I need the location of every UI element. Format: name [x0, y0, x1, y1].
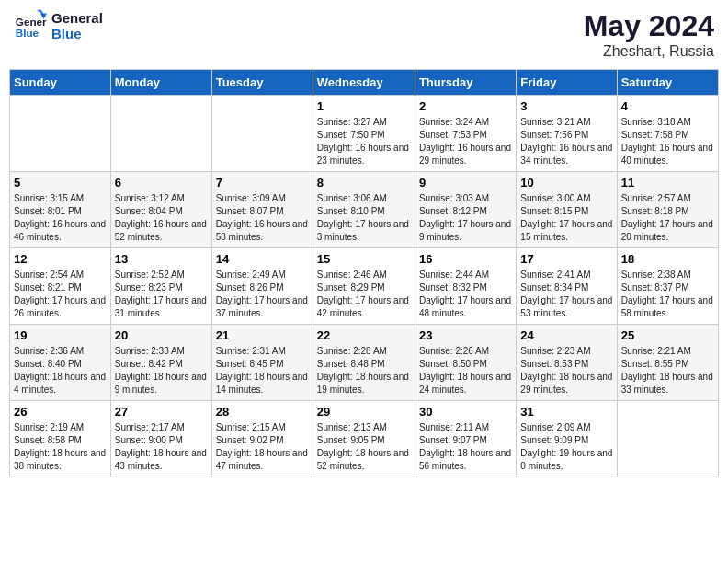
calendar-cell: 5 Sunrise: 3:15 AMSunset: 8:01 PMDayligh… — [10, 172, 111, 248]
day-detail: Sunrise: 2:23 AMSunset: 8:53 PMDaylight:… — [520, 345, 612, 396]
day-detail: Sunrise: 2:31 AMSunset: 8:45 PMDaylight:… — [216, 345, 309, 396]
calendar-cell: 24 Sunrise: 2:23 AMSunset: 8:53 PMDaylig… — [517, 325, 617, 401]
day-number: 28 — [216, 405, 309, 419]
day-number: 25 — [621, 328, 714, 342]
calendar-cell: 6 Sunrise: 3:12 AMSunset: 8:04 PMDayligh… — [110, 172, 211, 248]
day-detail: Sunrise: 2:26 AMSunset: 8:50 PMDaylight:… — [419, 345, 512, 396]
calendar-cell — [10, 96, 111, 172]
calendar-cell: 10 Sunrise: 3:00 AMSunset: 8:15 PMDaylig… — [517, 172, 617, 248]
day-number: 31 — [520, 405, 612, 419]
calendar-week-row: 19 Sunrise: 2:36 AMSunset: 8:40 PMDaylig… — [10, 325, 719, 401]
day-number: 18 — [621, 252, 714, 266]
day-number: 30 — [419, 405, 512, 419]
calendar-cell: 20 Sunrise: 2:33 AMSunset: 8:42 PMDaylig… — [110, 325, 211, 401]
calendar-cell: 31 Sunrise: 2:09 AMSunset: 9:09 PMDaylig… — [517, 401, 617, 477]
day-number: 27 — [115, 405, 208, 419]
calendar-cell: 29 Sunrise: 2:13 AMSunset: 9:05 PMDaylig… — [313, 401, 415, 477]
day-number: 7 — [216, 176, 309, 190]
logo: General Blue General Blue — [14, 9, 103, 42]
day-detail: Sunrise: 3:18 AMSunset: 7:58 PMDaylight:… — [621, 116, 714, 167]
calendar-cell: 4 Sunrise: 3:18 AMSunset: 7:58 PMDayligh… — [617, 96, 718, 172]
day-number: 26 — [14, 405, 107, 419]
day-number: 22 — [317, 328, 411, 342]
calendar-cell: 17 Sunrise: 2:41 AMSunset: 8:34 PMDaylig… — [517, 248, 617, 325]
calendar-cell: 25 Sunrise: 2:21 AMSunset: 8:55 PMDaylig… — [617, 325, 718, 401]
calendar-table: SundayMondayTuesdayWednesdayThursdayFrid… — [9, 69, 719, 477]
day-number: 5 — [14, 176, 107, 190]
weekday-header-monday: Monday — [110, 70, 211, 96]
day-number: 21 — [216, 328, 309, 342]
day-detail: Sunrise: 2:52 AMSunset: 8:23 PMDaylight:… — [115, 269, 208, 320]
day-detail: Sunrise: 2:21 AMSunset: 8:55 PMDaylight:… — [621, 345, 714, 396]
day-number: 23 — [419, 328, 512, 342]
day-number: 8 — [317, 176, 411, 190]
day-detail: Sunrise: 3:24 AMSunset: 7:53 PMDaylight:… — [419, 116, 512, 167]
day-detail: Sunrise: 2:28 AMSunset: 8:48 PMDaylight:… — [317, 345, 411, 396]
calendar-week-row: 12 Sunrise: 2:54 AMSunset: 8:21 PMDaylig… — [10, 248, 719, 325]
month-title: May 2024 — [584, 9, 714, 43]
day-detail: Sunrise: 2:46 AMSunset: 8:29 PMDaylight:… — [317, 269, 411, 320]
weekday-header-tuesday: Tuesday — [211, 70, 313, 96]
day-detail: Sunrise: 3:00 AMSunset: 8:15 PMDaylight:… — [520, 192, 612, 244]
day-number: 29 — [317, 405, 411, 419]
weekday-header-saturday: Saturday — [617, 70, 718, 96]
day-detail: Sunrise: 2:44 AMSunset: 8:32 PMDaylight:… — [419, 269, 512, 320]
day-number: 6 — [115, 176, 208, 190]
calendar-cell: 7 Sunrise: 3:09 AMSunset: 8:07 PMDayligh… — [211, 172, 313, 248]
calendar-cell: 16 Sunrise: 2:44 AMSunset: 8:32 PMDaylig… — [415, 248, 516, 325]
calendar-cell: 2 Sunrise: 3:24 AMSunset: 7:53 PMDayligh… — [415, 96, 516, 172]
calendar-cell: 15 Sunrise: 2:46 AMSunset: 8:29 PMDaylig… — [313, 248, 415, 325]
day-detail: Sunrise: 2:09 AMSunset: 9:09 PMDaylight:… — [520, 421, 612, 473]
day-detail: Sunrise: 3:06 AMSunset: 8:10 PMDaylight:… — [317, 192, 411, 244]
calendar-week-row: 1 Sunrise: 3:27 AMSunset: 7:50 PMDayligh… — [10, 96, 719, 172]
page-header: General Blue General Blue May 2024 Zhesh… — [9, 9, 719, 60]
day-detail: Sunrise: 2:38 AMSunset: 8:37 PMDaylight:… — [621, 269, 714, 320]
calendar-cell: 28 Sunrise: 2:15 AMSunset: 9:02 PMDaylig… — [211, 401, 313, 477]
calendar-cell: 21 Sunrise: 2:31 AMSunset: 8:45 PMDaylig… — [211, 325, 313, 401]
day-number: 16 — [419, 252, 512, 266]
day-detail: Sunrise: 2:41 AMSunset: 8:34 PMDaylight:… — [520, 269, 612, 320]
location: Zheshart, Russia — [584, 43, 714, 60]
day-detail: Sunrise: 3:27 AMSunset: 7:50 PMDaylight:… — [317, 116, 411, 167]
day-number: 19 — [14, 328, 107, 342]
day-number: 14 — [216, 252, 309, 266]
day-number: 2 — [419, 99, 512, 113]
day-detail: Sunrise: 3:09 AMSunset: 8:07 PMDaylight:… — [216, 192, 309, 244]
calendar-cell: 30 Sunrise: 2:11 AMSunset: 9:07 PMDaylig… — [415, 401, 516, 477]
day-number: 20 — [115, 328, 208, 342]
calendar-cell — [617, 401, 718, 477]
calendar-cell: 22 Sunrise: 2:28 AMSunset: 8:48 PMDaylig… — [313, 325, 415, 401]
logo-icon: General Blue — [14, 9, 47, 42]
calendar-cell — [211, 96, 313, 172]
day-detail: Sunrise: 2:19 AMSunset: 8:58 PMDaylight:… — [14, 421, 107, 473]
day-number: 24 — [520, 328, 612, 342]
day-number: 17 — [520, 252, 612, 266]
day-detail: Sunrise: 2:33 AMSunset: 8:42 PMDaylight:… — [115, 345, 208, 396]
day-detail: Sunrise: 2:15 AMSunset: 9:02 PMDaylight:… — [216, 421, 309, 473]
day-detail: Sunrise: 3:12 AMSunset: 8:04 PMDaylight:… — [115, 192, 208, 244]
calendar-cell: 14 Sunrise: 2:49 AMSunset: 8:26 PMDaylig… — [211, 248, 313, 325]
day-detail: Sunrise: 2:17 AMSunset: 9:00 PMDaylight:… — [115, 421, 208, 473]
day-number: 13 — [115, 252, 208, 266]
day-number: 1 — [317, 99, 411, 113]
calendar-cell: 23 Sunrise: 2:26 AMSunset: 8:50 PMDaylig… — [415, 325, 516, 401]
weekday-header-sunday: Sunday — [10, 70, 111, 96]
weekday-header-friday: Friday — [517, 70, 617, 96]
day-number: 4 — [621, 99, 714, 113]
calendar-week-row: 5 Sunrise: 3:15 AMSunset: 8:01 PMDayligh… — [10, 172, 719, 248]
calendar-cell: 8 Sunrise: 3:06 AMSunset: 8:10 PMDayligh… — [313, 172, 415, 248]
weekday-header-thursday: Thursday — [415, 70, 516, 96]
day-number: 3 — [520, 99, 612, 113]
day-detail: Sunrise: 3:03 AMSunset: 8:12 PMDaylight:… — [419, 192, 512, 244]
day-detail: Sunrise: 2:49 AMSunset: 8:26 PMDaylight:… — [216, 269, 309, 320]
calendar-cell — [110, 96, 211, 172]
day-detail: Sunrise: 2:36 AMSunset: 8:40 PMDaylight:… — [14, 345, 107, 396]
day-detail: Sunrise: 2:54 AMSunset: 8:21 PMDaylight:… — [14, 269, 107, 320]
calendar-header-row: SundayMondayTuesdayWednesdayThursdayFrid… — [10, 70, 719, 96]
calendar-week-row: 26 Sunrise: 2:19 AMSunset: 8:58 PMDaylig… — [10, 401, 719, 477]
calendar-cell: 3 Sunrise: 3:21 AMSunset: 7:56 PMDayligh… — [517, 96, 617, 172]
calendar-cell: 18 Sunrise: 2:38 AMSunset: 8:37 PMDaylig… — [617, 248, 718, 325]
day-detail: Sunrise: 2:57 AMSunset: 8:18 PMDaylight:… — [621, 192, 714, 244]
day-number: 10 — [520, 176, 612, 190]
calendar-cell: 19 Sunrise: 2:36 AMSunset: 8:40 PMDaylig… — [10, 325, 111, 401]
